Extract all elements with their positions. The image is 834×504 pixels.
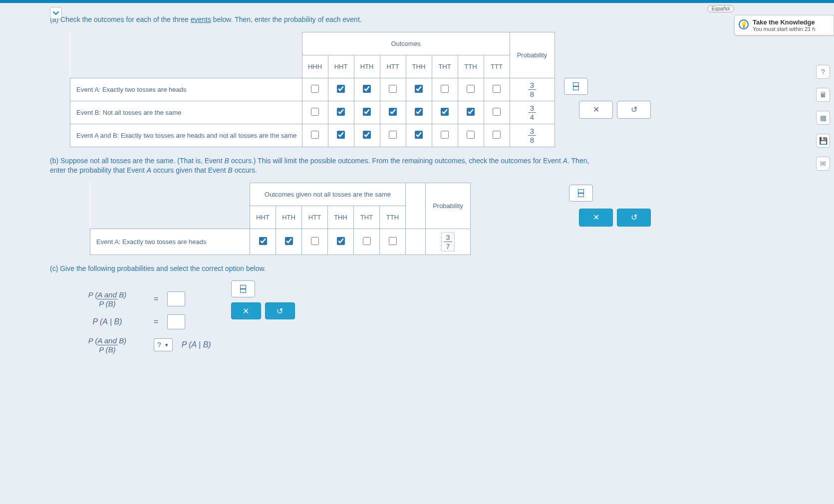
outcome-col: HHT [250, 206, 276, 229]
outcome-checkbox[interactable] [311, 237, 319, 245]
outcome-col: THT [432, 55, 458, 78]
outcome-col: HTH [276, 206, 302, 229]
collapse-chevron[interactable] [50, 7, 62, 19]
eq3: P (A and B) P (B) ? ▼ P (A | B) [70, 336, 211, 353]
outcome-checkbox[interactable] [415, 85, 423, 93]
eq1: P (A and B) P (B) = [70, 290, 211, 307]
outcome-checkbox[interactable] [337, 131, 345, 139]
table-icon[interactable]: ▦ [816, 111, 830, 125]
outcome-checkbox[interactable] [389, 237, 397, 245]
outcome-checkbox[interactable] [363, 108, 371, 116]
outcome-col: HHH [302, 55, 328, 78]
outcome-checkbox[interactable] [415, 131, 423, 139]
outcome-checkbox[interactable] [389, 108, 397, 116]
outcome-checkbox[interactable] [493, 108, 501, 116]
table-row: Event A: Exactly two tosses are heads38 [70, 78, 555, 101]
outcome-checkbox[interactable] [441, 85, 449, 93]
event-label: Event A and B: Exactly two tosses are he… [70, 124, 302, 147]
outcome-checkbox[interactable] [337, 237, 345, 245]
probability-header-a: Probability [510, 32, 555, 78]
calculator-icon[interactable]: 🖩 [816, 88, 830, 102]
outcome-checkbox[interactable] [337, 85, 345, 93]
outcome-checkbox[interactable] [467, 85, 475, 93]
table-row: Event A and B: Exactly two tosses are he… [70, 124, 555, 147]
part-b-intro: (b) Suppose not all tosses are the same.… [50, 156, 599, 176]
help-icon[interactable]: ? [816, 65, 830, 79]
event-label: Event A: Exactly two tosses are heads [70, 78, 302, 101]
fraction-tool-button-c[interactable] [231, 280, 255, 297]
part-b-label: (b) [50, 157, 58, 165]
reset-button-b[interactable]: ↺ [617, 209, 651, 227]
outcome-checkbox[interactable] [441, 108, 449, 116]
outcome-col: HTT [380, 55, 406, 78]
reset-button-c[interactable]: ↺ [265, 302, 295, 319]
outcome-checkbox[interactable] [285, 237, 293, 245]
knowledge-title: Take the Knowledge [753, 18, 829, 26]
table-row: Event B: Not all tosses are the same34 [70, 101, 555, 124]
top-accent-bar [0, 0, 834, 3]
outcome-checkbox[interactable] [415, 108, 423, 116]
chevron-down-icon: ▼ [164, 342, 169, 348]
right-tool-sidebar: ? 🖩 ▦ 💾 ✉ [816, 65, 830, 171]
probability-cell[interactable]: 38 [510, 78, 555, 101]
eq2-answer-box[interactable] [167, 314, 185, 329]
outcome-col: THH [406, 55, 432, 78]
tool-cluster-a [564, 78, 588, 95]
probability-cell[interactable]: 37 [426, 229, 471, 254]
outcome-checkbox[interactable] [311, 108, 319, 116]
outcome-checkbox[interactable] [337, 108, 345, 116]
clear-button-c[interactable]: ✕ [231, 302, 261, 319]
eq1-answer-box[interactable] [167, 291, 185, 306]
events-link[interactable]: events [191, 15, 211, 23]
outcome-checkbox[interactable] [441, 131, 449, 139]
outcome-checkbox[interactable] [467, 131, 475, 139]
event-label: Event A: Exactly two tosses are heads [90, 229, 250, 254]
part-c-equations: P (A and B) P (B) = P (A | B) = P (A and… [70, 283, 211, 360]
outcome-col: HTH [354, 55, 380, 78]
clear-button-a[interactable]: ✕ [579, 101, 613, 119]
probability-cell[interactable]: 38 [510, 124, 555, 147]
eq2: P (A | B) = [70, 314, 211, 329]
outcome-col: THT [354, 206, 380, 229]
outcome-checkbox[interactable] [311, 85, 319, 93]
table-b: Outcomes given not all tosses are the sa… [90, 183, 471, 255]
probability-cell[interactable]: 34 [510, 101, 555, 124]
relation-select[interactable]: ? ▼ [154, 338, 173, 351]
clear-button-b[interactable]: ✕ [579, 209, 613, 227]
probability-header-b: Probability [426, 183, 471, 229]
outcomes-header-b: Outcomes given not all tosses are the sa… [250, 183, 406, 206]
outcome-checkbox[interactable] [389, 85, 397, 93]
outcome-checkbox[interactable] [467, 108, 475, 116]
reset-button-a[interactable]: ↺ [617, 101, 651, 119]
outcome-col: HTT [302, 206, 328, 229]
save-icon[interactable]: 💾 [816, 134, 830, 148]
outcome-col: TTH [458, 55, 484, 78]
outcome-checkbox[interactable] [493, 85, 501, 93]
outcome-col: TTH [380, 206, 406, 229]
outcome-checkbox[interactable] [363, 237, 371, 245]
outcome-checkbox[interactable] [363, 85, 371, 93]
outcome-col: THH [328, 206, 354, 229]
outcome-checkbox[interactable] [311, 131, 319, 139]
tool-cluster-b [569, 185, 593, 202]
part-c-intro: (c) Give the following probabilities and… [50, 264, 814, 274]
outcomes-header-a: Outcomes [302, 32, 510, 55]
fraction-tool-button-b[interactable] [569, 185, 593, 202]
fraction-tool-button-a[interactable] [564, 78, 588, 95]
outcome-checkbox[interactable] [259, 237, 267, 245]
outcome-checkbox[interactable] [389, 131, 397, 139]
outcome-checkbox[interactable] [493, 131, 501, 139]
lightbulb-icon: 💡 [739, 19, 749, 29]
part-a-intro: (a) Check the outcomes for each of the t… [50, 15, 814, 25]
language-pill[interactable]: Español [707, 5, 734, 12]
tool-cluster-c: ✕ ↺ [231, 280, 295, 319]
knowledge-subtitle: You must start within 21 h [753, 26, 829, 32]
event-label: Event B: Not all tosses are the same [70, 101, 302, 124]
table-a: Outcomes Probability HHHHHTHTHHTTTHHTHTT… [70, 32, 555, 147]
part-c-label: (c) [50, 264, 58, 272]
outcome-checkbox[interactable] [363, 131, 371, 139]
outcome-col: HHT [328, 55, 354, 78]
mail-icon[interactable]: ✉ [816, 157, 830, 171]
outcome-col: TTT [484, 55, 510, 78]
